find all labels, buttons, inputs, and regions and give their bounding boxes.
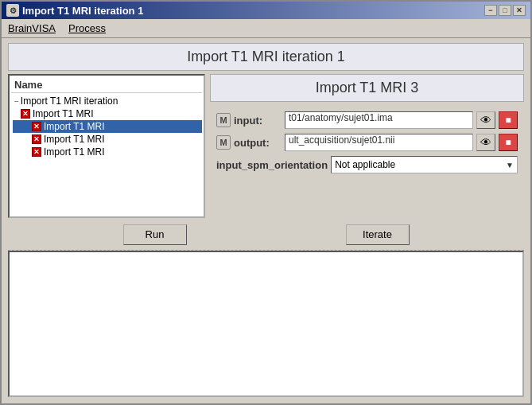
menu-process[interactable]: Process [65,21,109,36]
orientation-dropdown[interactable]: Not applicable ▼ [331,156,518,173]
dropdown-arrow-icon: ▼ [506,161,514,169]
tree-item-1[interactable]: ✕ Import T1 MRI [13,107,202,120]
buttons-row: Run Iterate [2,224,530,245]
output-field[interactable]: ult_acquisition/sujet01.nii [285,134,473,151]
app-icon: ⚙ [6,4,19,17]
db-icon: ■ [505,115,511,126]
tree-label-1: Import T1 MRI [33,108,93,119]
main-window: ⚙ Import T1 MRI iteration 1 − □ ✕ BrainV… [0,0,532,405]
tree-root: − Import T1 MRI iteration ✕ Import T1 MR… [11,95,202,158]
tree-header: Name [11,77,202,93]
title-bar: ⚙ Import T1 MRI iteration 1 − □ ✕ [2,2,530,19]
input-eye-button[interactable]: 👁 [476,111,495,129]
input-label: input: [234,115,282,127]
expand-icon-root: − [14,97,19,106]
page-title: Import T1 MRI iteration 1 [8,43,524,71]
orientation-row: input_spm_orientation Not applicable ▼ [216,156,518,173]
orientation-label: input_spm_orientation [216,159,328,171]
tree-label-2: Import T1 MRI [44,121,104,132]
orientation-value: Not applicable [335,159,395,170]
window-title: Import T1 MRI iteration 1 [22,5,143,17]
output-db-button[interactable]: ■ [499,134,518,151]
menu-brainvisa[interactable]: BrainVISA [5,21,59,36]
form-area: M input: t01/anatomy/sujet01.ima 👁 ■ M [210,108,524,177]
minimize-button[interactable]: − [484,5,497,16]
input-row: M input: t01/anatomy/sujet01.ima 👁 ■ [216,111,518,129]
maximize-button[interactable]: □ [499,5,511,16]
x-icon-1: ✕ [21,109,30,119]
main-content: Name − Import T1 MRI iteration ✕ Import … [8,74,524,218]
output-eye-button[interactable]: 👁 [476,134,495,151]
output-row: M output: ult_acquisition/sujet01.nii 👁 … [216,134,518,151]
title-bar-left: ⚙ Import T1 MRI iteration 1 [6,4,143,17]
menu-bar: BrainVISA Process [2,19,530,38]
title-bar-buttons: − □ ✕ [484,5,526,16]
tree-item-4[interactable]: ✕ Import T1 MRI [13,146,202,158]
iterate-button[interactable]: Iterate [346,224,410,245]
input-db-button[interactable]: ■ [499,111,518,129]
log-area [8,251,524,398]
tree-item-root[interactable]: − Import T1 MRI iteration [13,95,202,107]
left-panel: Name − Import T1 MRI iteration ✕ Import … [8,74,205,218]
tree-label-3: Import T1 MRI [44,134,104,145]
db-icon-2: ■ [505,137,511,148]
input-field[interactable]: t01/anatomy/sujet01.ima [285,111,473,129]
output-label: output: [234,137,282,149]
right-panel: Import T1 MRI 3 M input: t01/anatomy/suj… [210,74,524,218]
tree-item-2[interactable]: ✕ Import T1 MRI [13,120,202,133]
close-button[interactable]: ✕ [513,5,526,16]
run-button[interactable]: Run [123,224,187,245]
x-icon-2: ✕ [32,122,41,131]
tree-label-4: Import T1 MRI [44,146,104,158]
x-icon-4: ✕ [32,147,41,157]
input-m-badge: M [216,113,231,127]
output-m-badge: M [216,135,231,150]
eye-icon-2: 👁 [480,136,491,149]
x-icon-3: ✕ [32,134,41,144]
tree-item-3[interactable]: ✕ Import T1 MRI [13,133,202,146]
tree-label-root: Import T1 MRI iteration [21,95,118,107]
eye-icon: 👁 [480,114,491,127]
right-panel-title: Import T1 MRI 3 [210,74,524,102]
